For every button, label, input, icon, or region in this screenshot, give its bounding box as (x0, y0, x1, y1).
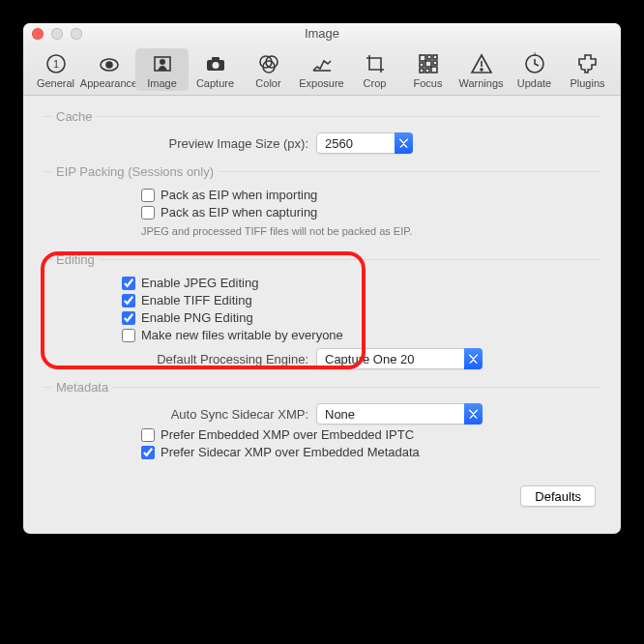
svg-rect-16 (425, 61, 431, 67)
preferences-window: Image 1GeneralAppearanceImageCaptureColo… (23, 23, 621, 534)
plugins-icon (576, 51, 600, 76)
writable-checkbox[interactable] (122, 329, 135, 342)
svg-rect-20 (431, 67, 437, 73)
tab-label: Crop (364, 77, 387, 89)
warnings-icon (470, 51, 493, 76)
eip-importing-checkbox[interactable] (141, 189, 155, 202)
eip-capturing-label: Pack as EIP when capturing (161, 205, 317, 220)
tab-label: Appearance (80, 77, 137, 89)
preferences-toolbar: 1GeneralAppearanceImageCaptureColorExpos… (23, 44, 621, 96)
tab-general[interactable]: 1General (29, 48, 82, 91)
tab-label: Image (147, 77, 177, 89)
prefer-sidecar-label: Prefer Sidecar XMP over Embedded Metadat… (161, 445, 420, 459)
writable-label: Make new files writable by everyone (141, 328, 343, 342)
preferences-body: Cache Preview Image Size (px): 2560 EIP … (23, 96, 621, 534)
svg-text:1: 1 (52, 58, 58, 70)
tab-update[interactable]: 1Update (508, 48, 561, 91)
tab-label: Plugins (570, 77, 604, 89)
engine-label: Default Processing Engine: (52, 352, 316, 366)
png-editing-label: Enable PNG Editing (141, 310, 253, 325)
svg-rect-14 (433, 55, 437, 59)
metadata-section: Metadata Auto Sync Sidecar XMP: None Pre… (43, 380, 601, 464)
cache-legend: Cache (52, 109, 97, 124)
svg-point-8 (212, 62, 219, 69)
tab-warnings[interactable]: Warnings (454, 48, 508, 91)
eip-capturing-checkbox[interactable] (141, 206, 155, 220)
engine-select[interactable]: Capture One 20 (316, 348, 483, 369)
tab-color[interactable]: Color (242, 48, 295, 91)
window-controls (32, 28, 82, 40)
tab-label: Warnings (458, 77, 503, 89)
auto-sync-select[interactable]: None (316, 403, 483, 424)
tab-crop[interactable]: Crop (348, 48, 401, 91)
capture-icon (204, 51, 227, 76)
close-icon[interactable] (32, 28, 44, 40)
general-icon: 1 (44, 51, 68, 76)
svg-rect-15 (420, 63, 424, 67)
svg-rect-12 (420, 55, 425, 61)
minimize-icon[interactable] (51, 28, 63, 40)
svg-rect-17 (433, 61, 437, 65)
svg-rect-18 (420, 69, 424, 73)
svg-rect-7 (212, 57, 220, 61)
color-icon (257, 51, 280, 76)
tab-exposure[interactable]: Exposure (295, 48, 348, 91)
svg-point-22 (481, 69, 483, 71)
preview-size-select[interactable]: 2560 (316, 132, 413, 154)
defaults-button[interactable]: Defaults (520, 485, 596, 507)
eip-note: JPEG and processed TIFF files will not b… (141, 225, 592, 237)
svg-point-5 (160, 59, 165, 65)
tab-image[interactable]: Image (135, 48, 189, 91)
tab-label: Focus (414, 77, 443, 89)
tab-label: Color (255, 77, 280, 89)
tiff-editing-label: Enable TIFF Editing (141, 293, 252, 307)
appearance-icon (98, 51, 121, 76)
tab-label: Exposure (299, 77, 343, 89)
prefer-embedded-checkbox[interactable] (141, 428, 155, 442)
svg-rect-13 (427, 55, 431, 59)
prefer-embedded-label: Prefer Embedded XMP over Embedded IPTC (161, 427, 414, 442)
tab-capture[interactable]: Capture (189, 48, 242, 91)
tab-plugins[interactable]: Plugins (561, 48, 614, 91)
jpeg-editing-label: Enable JPEG Editing (141, 276, 258, 290)
svg-point-3 (106, 62, 112, 68)
eip-section: EIP Packing (Sessions only) Pack as EIP … (43, 164, 601, 247)
auto-sync-label: Auto Sync Sidecar XMP: (52, 407, 316, 422)
exposure-icon (310, 51, 334, 76)
image-icon (151, 51, 174, 76)
metadata-legend: Metadata (52, 380, 112, 395)
tab-focus[interactable]: Focus (401, 48, 454, 91)
svg-rect-19 (425, 69, 429, 73)
eip-legend: EIP Packing (Sessions only) (52, 164, 218, 179)
eip-importing-label: Pack as EIP when importing (161, 188, 317, 202)
crop-icon (364, 51, 387, 76)
tab-label: Update (517, 77, 551, 89)
update-icon: 1 (523, 51, 546, 76)
titlebar: Image (23, 23, 621, 44)
preview-size-label: Preview Image Size (px): (52, 136, 316, 151)
tab-appearance[interactable]: Appearance (82, 48, 135, 91)
zoom-icon[interactable] (71, 28, 82, 40)
prefer-sidecar-checkbox[interactable] (141, 446, 155, 459)
window-title: Image (305, 26, 339, 41)
focus-icon (417, 51, 440, 76)
tab-label: Capture (196, 77, 234, 89)
tiff-editing-checkbox[interactable] (122, 294, 135, 307)
svg-text:1: 1 (532, 52, 537, 57)
tab-label: General (37, 77, 74, 89)
png-editing-checkbox[interactable] (122, 311, 135, 325)
jpeg-editing-checkbox[interactable] (122, 277, 135, 290)
editing-section: Editing Enable JPEG Editing Enable TIFF … (43, 252, 601, 374)
cache-section: Cache Preview Image Size (px): 2560 (43, 109, 601, 159)
editing-legend: Editing (52, 252, 99, 267)
